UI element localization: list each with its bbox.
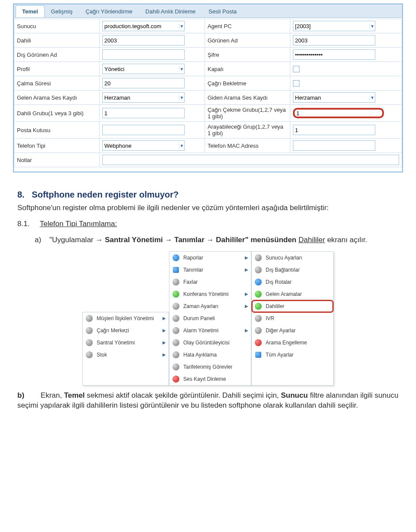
field-gorunenad[interactable]	[293, 35, 375, 45]
field-dahiligrp[interactable]	[102, 108, 185, 118]
menu-item[interactable]: Çağrı Merkezi▶	[83, 324, 169, 337]
input-arayagrp[interactable]	[293, 126, 375, 134]
menu-label: Dahililer	[266, 303, 331, 309]
menu-item[interactable]: Tanımlar▶	[169, 264, 251, 276]
input-dahili[interactable]	[103, 36, 184, 45]
heading-text: Softphone neden register olmuyor?	[32, 190, 179, 199]
menu-icon	[172, 363, 180, 371]
menu-label: Stok	[97, 352, 159, 358]
menu-col-c: Sunucu AyarlarıDış BağlantılarDış Rotala…	[251, 251, 334, 386]
field-profil[interactable]: ▼	[102, 64, 185, 74]
menu-label: Konferans Yönetimi	[183, 291, 241, 297]
menu-label: Dış Rotalar	[266, 279, 331, 285]
label-cagribek: Çağrı Bekletme	[205, 76, 290, 91]
tab-temel[interactable]: Temel	[16, 5, 45, 17]
field-telmac[interactable]	[293, 140, 375, 151]
tab-gelismis[interactable]: Gelişmiş	[45, 5, 79, 17]
menu-item[interactable]: Diğer Ayarlar	[252, 324, 333, 337]
menu-item[interactable]: Ses Kayıt Dinleme	[169, 373, 251, 385]
menu-item[interactable]: Tüm Ayarlar	[252, 349, 333, 361]
item-b: b) Ekran, Temel sekmesi aktif olacak şek…	[17, 391, 399, 411]
field-gidenses[interactable]: ▼	[293, 92, 375, 103]
input-telmac[interactable]	[293, 142, 375, 150]
item-a-4: Dahililer" menüsünden	[216, 236, 296, 244]
input-sifre[interactable]	[293, 51, 375, 59]
menu-label: Dış Bağlantılar	[266, 267, 331, 273]
input-dahiligrp[interactable]	[103, 109, 184, 117]
menu-item[interactable]: Arama Engelleme	[252, 337, 333, 349]
field-disgorunen[interactable]	[102, 49, 185, 60]
field-arayagrp[interactable]	[293, 125, 375, 135]
checkbox-cagribek[interactable]	[293, 80, 299, 87]
menu-icon	[172, 254, 180, 262]
field-posta[interactable]	[102, 125, 185, 135]
subheading-81: 8.1. Telefon Tipi Tanımlama:	[17, 219, 399, 229]
menu-col-b: Raporlar▶Tanımlar▶FaxlarKonferans Yöneti…	[169, 251, 251, 386]
menu-label: IVR	[266, 315, 331, 321]
field-telefontipi[interactable]: ▼	[102, 140, 185, 151]
label-gidenses: Giden Arama Ses Kaydı	[205, 91, 290, 105]
menu-item[interactable]: Müşteri İlişkileri Yönetimi▶	[83, 312, 169, 324]
menu-item[interactable]: Stok▶	[83, 349, 169, 361]
menu-item[interactable]: Durum Paneli	[169, 312, 251, 324]
input-gidenses[interactable]	[293, 94, 370, 102]
input-calma[interactable]	[103, 79, 184, 88]
tab-dahili-anlik-dinleme[interactable]: Dahili Anlık Dinleme	[139, 5, 202, 17]
menu-item[interactable]: Hata Ayıklama	[169, 349, 251, 361]
label-cagricek: Çağrı Çekme Grubu(1,2,7 veya 1 gibi)	[205, 105, 290, 122]
chevron-right-icon: ▶	[162, 328, 166, 333]
chevron-right-icon: ▶	[162, 316, 166, 321]
menu-item[interactable]: IVR	[252, 312, 333, 324]
input-gorunenad[interactable]	[293, 36, 375, 45]
menu-item[interactable]: Zaman Ayarları▶	[169, 300, 251, 312]
menu-icon	[254, 290, 262, 298]
label-sifre: Şifre	[205, 48, 290, 62]
menu-item[interactable]: Konferans Yönetimi▶	[169, 288, 251, 300]
tab-cagri-yonlendirme[interactable]: Çağrı Yönlendirme	[79, 5, 139, 17]
menu-item[interactable]: Santral Yönetimi▶	[83, 337, 169, 349]
menu-item[interactable]: Faxlar	[169, 276, 251, 288]
input-profil[interactable]	[103, 65, 179, 73]
field-agentpc[interactable]: ▼	[293, 21, 375, 31]
menu-item[interactable]: Dış Bağlantılar	[252, 264, 333, 276]
input-posta[interactable]	[103, 126, 184, 134]
field-dahili[interactable]	[102, 35, 185, 45]
menu-item[interactable]: Gelen Aramalar	[252, 288, 333, 300]
field-sifre[interactable]	[293, 49, 375, 60]
menu-label: Müşteri İlişkileri Yönetimi	[97, 315, 159, 321]
label-disgorunen: Dış Görünen Ad	[14, 48, 100, 62]
input-notlar[interactable]	[103, 155, 399, 165]
menu-item[interactable]: Tarifelenmiş Görevler	[169, 361, 251, 373]
input-sunucu[interactable]	[103, 22, 179, 30]
dropdown-icon[interactable]: ▼	[179, 95, 184, 100]
label-telefontipi: Telefon Tipi	[14, 139, 100, 153]
menu-item[interactable]: Sunucu Ayarları	[252, 252, 333, 264]
input-gelenses[interactable]	[103, 94, 179, 102]
dropdown-icon[interactable]: ▼	[179, 24, 184, 29]
menu-icon	[172, 266, 180, 274]
dropdown-icon[interactable]: ▼	[179, 143, 184, 148]
dropdown-icon[interactable]: ▼	[370, 95, 375, 100]
field-sunucu[interactable]: ▼	[102, 21, 185, 31]
tab-sesli-posta[interactable]: Sesli Posta	[202, 5, 243, 17]
field-calma[interactable]	[102, 78, 185, 88]
input-cagricek[interactable]	[295, 109, 382, 117]
menu-item[interactable]: Olay Görüntüleyicisi	[169, 337, 251, 349]
field-gelenses[interactable]: ▼	[102, 92, 185, 103]
label-dahili: Dahili	[14, 33, 100, 48]
menu-item[interactable]: Raporlar▶	[169, 252, 251, 264]
chevron-right-icon: ▶	[162, 340, 166, 345]
input-agentpc[interactable]	[293, 22, 370, 30]
menu-item[interactable]: Alarm Yönetimi▶	[169, 324, 251, 337]
input-disgorunen[interactable]	[103, 51, 184, 59]
menu-item[interactable]: Dahililer	[252, 300, 333, 312]
dropdown-icon[interactable]: ▼	[179, 67, 184, 71]
item-b-lead: b)	[17, 391, 24, 399]
menu-item[interactable]: Dış Rotalar	[252, 276, 333, 288]
input-telefontipi[interactable]	[103, 142, 179, 150]
dropdown-icon[interactable]: ▼	[370, 24, 375, 29]
checkbox-kapali[interactable]	[293, 66, 299, 72]
label-dahiligrp: Dahili Grubu(1 veya 3 gibi)	[14, 105, 100, 122]
field-cagricek[interactable]	[293, 108, 384, 118]
field-notlar[interactable]	[102, 155, 399, 165]
